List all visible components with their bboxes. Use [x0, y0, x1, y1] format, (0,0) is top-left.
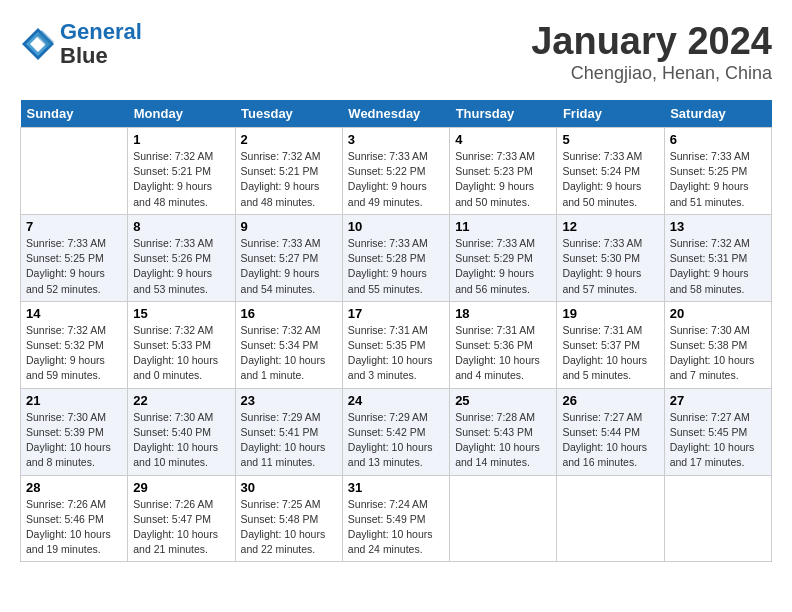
day-number: 25: [455, 393, 551, 408]
calendar-week-row: 28Sunrise: 7:26 AM Sunset: 5:46 PM Dayli…: [21, 475, 772, 562]
calendar-cell: 20Sunrise: 7:30 AM Sunset: 5:38 PM Dayli…: [664, 301, 771, 388]
logo-line1: General: [60, 19, 142, 44]
day-number: 26: [562, 393, 658, 408]
calendar-cell: 16Sunrise: 7:32 AM Sunset: 5:34 PM Dayli…: [235, 301, 342, 388]
day-info: Sunrise: 7:32 AM Sunset: 5:32 PM Dayligh…: [26, 323, 122, 384]
day-number: 19: [562, 306, 658, 321]
day-info: Sunrise: 7:33 AM Sunset: 5:25 PM Dayligh…: [26, 236, 122, 297]
day-number: 24: [348, 393, 444, 408]
calendar-cell: 15Sunrise: 7:32 AM Sunset: 5:33 PM Dayli…: [128, 301, 235, 388]
calendar-cell: 30Sunrise: 7:25 AM Sunset: 5:48 PM Dayli…: [235, 475, 342, 562]
calendar-cell: 1Sunrise: 7:32 AM Sunset: 5:21 PM Daylig…: [128, 128, 235, 215]
day-info: Sunrise: 7:33 AM Sunset: 5:24 PM Dayligh…: [562, 149, 658, 210]
calendar-cell: [21, 128, 128, 215]
calendar-week-row: 1Sunrise: 7:32 AM Sunset: 5:21 PM Daylig…: [21, 128, 772, 215]
day-info: Sunrise: 7:33 AM Sunset: 5:25 PM Dayligh…: [670, 149, 766, 210]
day-info: Sunrise: 7:30 AM Sunset: 5:38 PM Dayligh…: [670, 323, 766, 384]
calendar-cell: 22Sunrise: 7:30 AM Sunset: 5:40 PM Dayli…: [128, 388, 235, 475]
calendar-week-row: 21Sunrise: 7:30 AM Sunset: 5:39 PM Dayli…: [21, 388, 772, 475]
title-block: January 2024 Chengjiao, Henan, China: [531, 20, 772, 84]
day-number: 2: [241, 132, 337, 147]
calendar-cell: 29Sunrise: 7:26 AM Sunset: 5:47 PM Dayli…: [128, 475, 235, 562]
calendar-cell: 13Sunrise: 7:32 AM Sunset: 5:31 PM Dayli…: [664, 214, 771, 301]
day-number: 13: [670, 219, 766, 234]
day-number: 14: [26, 306, 122, 321]
calendar-cell: 3Sunrise: 7:33 AM Sunset: 5:22 PM Daylig…: [342, 128, 449, 215]
calendar-cell: 21Sunrise: 7:30 AM Sunset: 5:39 PM Dayli…: [21, 388, 128, 475]
calendar-cell: 25Sunrise: 7:28 AM Sunset: 5:43 PM Dayli…: [450, 388, 557, 475]
day-number: 8: [133, 219, 229, 234]
day-info: Sunrise: 7:30 AM Sunset: 5:40 PM Dayligh…: [133, 410, 229, 471]
calendar-cell: 4Sunrise: 7:33 AM Sunset: 5:23 PM Daylig…: [450, 128, 557, 215]
day-info: Sunrise: 7:31 AM Sunset: 5:37 PM Dayligh…: [562, 323, 658, 384]
day-info: Sunrise: 7:32 AM Sunset: 5:34 PM Dayligh…: [241, 323, 337, 384]
calendar-cell: 19Sunrise: 7:31 AM Sunset: 5:37 PM Dayli…: [557, 301, 664, 388]
calendar-subtitle: Chengjiao, Henan, China: [531, 63, 772, 84]
day-number: 6: [670, 132, 766, 147]
day-number: 20: [670, 306, 766, 321]
logo-line2: Blue: [60, 44, 142, 68]
calendar-cell: 27Sunrise: 7:27 AM Sunset: 5:45 PM Dayli…: [664, 388, 771, 475]
day-number: 5: [562, 132, 658, 147]
day-number: 17: [348, 306, 444, 321]
day-info: Sunrise: 7:33 AM Sunset: 5:23 PM Dayligh…: [455, 149, 551, 210]
day-info: Sunrise: 7:24 AM Sunset: 5:49 PM Dayligh…: [348, 497, 444, 558]
calendar-week-row: 7Sunrise: 7:33 AM Sunset: 5:25 PM Daylig…: [21, 214, 772, 301]
day-info: Sunrise: 7:28 AM Sunset: 5:43 PM Dayligh…: [455, 410, 551, 471]
day-number: 21: [26, 393, 122, 408]
calendar-cell: [664, 475, 771, 562]
day-info: Sunrise: 7:25 AM Sunset: 5:48 PM Dayligh…: [241, 497, 337, 558]
day-number: 16: [241, 306, 337, 321]
calendar-title: January 2024: [531, 20, 772, 63]
day-info: Sunrise: 7:31 AM Sunset: 5:36 PM Dayligh…: [455, 323, 551, 384]
day-info: Sunrise: 7:33 AM Sunset: 5:22 PM Dayligh…: [348, 149, 444, 210]
calendar-cell: 2Sunrise: 7:32 AM Sunset: 5:21 PM Daylig…: [235, 128, 342, 215]
day-info: Sunrise: 7:33 AM Sunset: 5:27 PM Dayligh…: [241, 236, 337, 297]
day-number: 27: [670, 393, 766, 408]
calendar-cell: 5Sunrise: 7:33 AM Sunset: 5:24 PM Daylig…: [557, 128, 664, 215]
day-number: 18: [455, 306, 551, 321]
day-info: Sunrise: 7:26 AM Sunset: 5:47 PM Dayligh…: [133, 497, 229, 558]
calendar-cell: 10Sunrise: 7:33 AM Sunset: 5:28 PM Dayli…: [342, 214, 449, 301]
calendar-week-row: 14Sunrise: 7:32 AM Sunset: 5:32 PM Dayli…: [21, 301, 772, 388]
day-info: Sunrise: 7:29 AM Sunset: 5:42 PM Dayligh…: [348, 410, 444, 471]
day-info: Sunrise: 7:32 AM Sunset: 5:33 PM Dayligh…: [133, 323, 229, 384]
day-info: Sunrise: 7:32 AM Sunset: 5:21 PM Dayligh…: [241, 149, 337, 210]
day-info: Sunrise: 7:27 AM Sunset: 5:45 PM Dayligh…: [670, 410, 766, 471]
logo-icon: [20, 26, 56, 62]
day-number: 28: [26, 480, 122, 495]
day-info: Sunrise: 7:27 AM Sunset: 5:44 PM Dayligh…: [562, 410, 658, 471]
header-thursday: Thursday: [450, 100, 557, 128]
day-number: 30: [241, 480, 337, 495]
calendar-cell: 14Sunrise: 7:32 AM Sunset: 5:32 PM Dayli…: [21, 301, 128, 388]
calendar-cell: 24Sunrise: 7:29 AM Sunset: 5:42 PM Dayli…: [342, 388, 449, 475]
calendar-cell: 8Sunrise: 7:33 AM Sunset: 5:26 PM Daylig…: [128, 214, 235, 301]
calendar-cell: 18Sunrise: 7:31 AM Sunset: 5:36 PM Dayli…: [450, 301, 557, 388]
calendar-cell: 17Sunrise: 7:31 AM Sunset: 5:35 PM Dayli…: [342, 301, 449, 388]
calendar-header-row: SundayMondayTuesdayWednesdayThursdayFrid…: [21, 100, 772, 128]
header-sunday: Sunday: [21, 100, 128, 128]
calendar-cell: 11Sunrise: 7:33 AM Sunset: 5:29 PM Dayli…: [450, 214, 557, 301]
header-wednesday: Wednesday: [342, 100, 449, 128]
calendar-cell: 31Sunrise: 7:24 AM Sunset: 5:49 PM Dayli…: [342, 475, 449, 562]
day-info: Sunrise: 7:29 AM Sunset: 5:41 PM Dayligh…: [241, 410, 337, 471]
day-number: 4: [455, 132, 551, 147]
day-number: 3: [348, 132, 444, 147]
day-number: 23: [241, 393, 337, 408]
day-info: Sunrise: 7:33 AM Sunset: 5:28 PM Dayligh…: [348, 236, 444, 297]
calendar-table: SundayMondayTuesdayWednesdayThursdayFrid…: [20, 100, 772, 562]
day-number: 9: [241, 219, 337, 234]
header-friday: Friday: [557, 100, 664, 128]
calendar-cell: 28Sunrise: 7:26 AM Sunset: 5:46 PM Dayli…: [21, 475, 128, 562]
day-info: Sunrise: 7:31 AM Sunset: 5:35 PM Dayligh…: [348, 323, 444, 384]
day-number: 1: [133, 132, 229, 147]
day-info: Sunrise: 7:32 AM Sunset: 5:31 PM Dayligh…: [670, 236, 766, 297]
calendar-cell: [557, 475, 664, 562]
day-info: Sunrise: 7:33 AM Sunset: 5:30 PM Dayligh…: [562, 236, 658, 297]
calendar-cell: 6Sunrise: 7:33 AM Sunset: 5:25 PM Daylig…: [664, 128, 771, 215]
day-info: Sunrise: 7:32 AM Sunset: 5:21 PM Dayligh…: [133, 149, 229, 210]
calendar-cell: 12Sunrise: 7:33 AM Sunset: 5:30 PM Dayli…: [557, 214, 664, 301]
calendar-cell: [450, 475, 557, 562]
calendar-cell: 9Sunrise: 7:33 AM Sunset: 5:27 PM Daylig…: [235, 214, 342, 301]
day-number: 31: [348, 480, 444, 495]
